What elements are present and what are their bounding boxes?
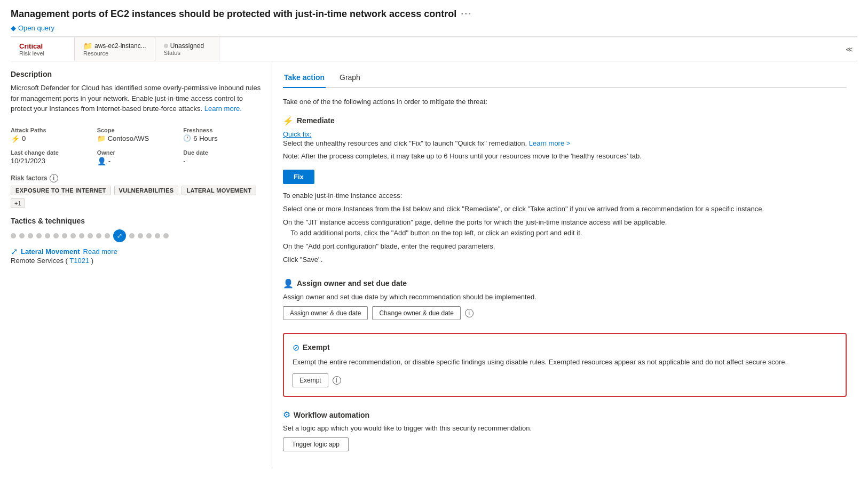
learn-more-link[interactable]: Learn more >	[529, 139, 571, 147]
last-change-label: Last change date	[11, 149, 91, 156]
tab-take-action[interactable]: Take action	[283, 70, 326, 88]
resource-sublabel: Resource	[83, 50, 146, 57]
exempt-button[interactable]: Exempt	[293, 373, 328, 387]
remediate-icon: ⚡	[283, 116, 294, 126]
freshness-value: 🕐 6 Hours	[183, 134, 263, 142]
left-panel: Description Microsoft Defender for Cloud…	[11, 61, 272, 468]
assign-icon: 👤	[283, 278, 294, 289]
tactic-dot-1[interactable]	[11, 233, 16, 238]
tactic-dot-5[interactable]	[45, 233, 50, 238]
lateral-movement-title[interactable]: Lateral Movement	[21, 248, 80, 256]
assign-buttons: Assign owner & due date Change owner & d…	[283, 306, 847, 320]
t1021-link[interactable]: T1021	[69, 257, 89, 265]
tactic-dot-12[interactable]	[105, 233, 110, 238]
risk-factors-section: Risk factors i EXPOSURE TO THE INTERNET …	[11, 174, 263, 208]
tactic-dot-3[interactable]	[28, 233, 33, 238]
exempt-desc: Exempt the entire recommendation, or dis…	[293, 357, 837, 368]
assign-desc: Assign owner and set due date by which r…	[283, 293, 847, 301]
tactic-dot-14[interactable]	[129, 233, 135, 238]
tag-plus[interactable]: +1	[11, 198, 25, 208]
critical-label: Critical	[19, 42, 66, 50]
exempt-buttons: Exempt i	[293, 373, 837, 387]
risk-level-label: Risk level	[19, 50, 66, 57]
exempt-section: ⊘ Exempt Exempt the entire recommendatio…	[283, 333, 847, 397]
quick-fix-link[interactable]: Quick fix:	[283, 130, 311, 138]
status-value: Unassigned	[164, 42, 210, 50]
tactics-dots: ⤢	[11, 229, 263, 242]
remote-services-text: Remote Services ( T1021 )	[11, 257, 263, 265]
title-menu-icon[interactable]: ···	[461, 9, 472, 20]
exempt-info-icon[interactable]: i	[333, 376, 341, 385]
tactic-dot-4[interactable]	[36, 233, 42, 238]
tab-list: Critical Risk level 📁 aws-ec2-instanc...…	[11, 37, 219, 61]
change-owner-button[interactable]: Change owner & due date	[372, 306, 460, 320]
risk-factors-info-icon[interactable]: i	[50, 174, 58, 182]
attack-paths-value: ⚡ 0	[11, 134, 91, 143]
resource-value: 📁 aws-ec2-instanc...	[83, 42, 146, 50]
risk-tags: EXPOSURE TO THE INTERNET VULNERABILITIES…	[11, 186, 263, 208]
tactic-dot-10[interactable]	[88, 233, 93, 238]
remediate-section: ⚡ Remediate Quick fix: Select the unheal…	[283, 116, 847, 266]
query-icon: ◆	[11, 24, 16, 32]
tactic-dot-16[interactable]	[146, 233, 152, 238]
owner-value: 👤 -	[97, 157, 177, 165]
tab-resource[interactable]: 📁 aws-ec2-instanc... Resource	[75, 37, 155, 61]
active-tactic-icon[interactable]: ⤢	[113, 229, 126, 242]
quick-fix-step2: Note: After the process completes, it ma…	[283, 151, 847, 162]
tactic-dot-7[interactable]	[62, 233, 67, 238]
workflow-icon: ⚙	[283, 410, 290, 420]
tactic-dot-8[interactable]	[70, 233, 76, 238]
trigger-logic-app-button[interactable]: Trigger logic app	[283, 437, 349, 451]
assign-section: 👤 Assign owner and set due date Assign o…	[283, 278, 847, 320]
assign-header: 👤 Assign owner and set due date	[283, 278, 847, 289]
clock-icon: 🕐	[183, 134, 191, 142]
tag-vulnerabilities[interactable]: VULNERABILITIES	[114, 186, 179, 195]
workflow-desc: Set a logic app which you would like to …	[283, 424, 847, 432]
attack-icon: ⚡	[11, 134, 20, 143]
description-section: Description Microsoft Defender for Cloud…	[11, 70, 263, 114]
tactic-dot-6[interactable]	[53, 233, 59, 238]
freshness-item: Freshness 🕐 6 Hours	[183, 127, 263, 143]
folder-icon: 📁	[97, 134, 106, 142]
scope-value: 📁 ContosoAWS	[97, 134, 177, 142]
attack-paths-item: Attack Paths ⚡ 0	[11, 127, 91, 143]
freshness-label: Freshness	[183, 127, 263, 133]
collapse-button[interactable]: ≪	[841, 37, 857, 61]
tactics-title: Tactics & techniques	[11, 217, 263, 225]
tab-graph[interactable]: Graph	[338, 70, 361, 88]
assign-owner-button[interactable]: Assign owner & due date	[283, 306, 368, 320]
exempt-icon: ⊘	[293, 342, 299, 353]
assign-info-icon[interactable]: i	[465, 309, 474, 317]
tab-status[interactable]: Unassigned Status	[155, 37, 219, 61]
tactic-dot-15[interactable]	[138, 233, 143, 238]
resource-name: aws-ec2-instanc...	[94, 42, 146, 50]
tactics-section: Tactics & techniques ⤢	[11, 217, 263, 265]
tactic-dot-2[interactable]	[19, 233, 25, 238]
workflow-header: ⚙ Workflow automation	[283, 410, 847, 420]
tactic-dot-11[interactable]	[96, 233, 101, 238]
tactic-dot-17[interactable]	[155, 233, 160, 238]
tag-exposure[interactable]: EXPOSURE TO THE INTERNET	[11, 186, 111, 195]
action-intro: Take one of the the following actions in…	[283, 97, 847, 107]
description-learn-more[interactable]: Learn more.	[204, 105, 242, 113]
tactic-dot-18[interactable]	[163, 233, 169, 238]
top-bar: Critical Risk level 📁 aws-ec2-instanc...…	[11, 36, 857, 61]
workflow-section: ⚙ Workflow automation Set a logic app wh…	[283, 410, 847, 451]
quick-fix-row: Quick fix:	[283, 130, 847, 138]
tag-lateral-movement[interactable]: LATERAL MOVEMENT	[182, 186, 256, 195]
remediate-title: Remediate	[297, 116, 335, 125]
owner-item: Owner 👤 -	[97, 149, 177, 165]
fix-button[interactable]: Fix	[283, 170, 314, 184]
scope-item: Scope 📁 ContosoAWS	[97, 127, 177, 143]
resource-icon: 📁	[83, 42, 92, 50]
main-content: Description Microsoft Defender for Cloud…	[11, 61, 857, 468]
assign-title: Assign owner and set due date	[297, 279, 407, 288]
scope-label: Scope	[97, 127, 177, 133]
tab-critical[interactable]: Critical Risk level	[11, 37, 75, 61]
risk-factors-label: Risk factors i	[11, 174, 263, 182]
jit-step-2: On the "JIT instance access configuratio…	[283, 217, 847, 240]
tactic-dot-9[interactable]	[79, 233, 84, 238]
read-more-link[interactable]: Read more	[83, 248, 117, 256]
status-name: Unassigned	[170, 42, 204, 50]
open-query-link[interactable]: ◆ Open query	[11, 24, 857, 32]
